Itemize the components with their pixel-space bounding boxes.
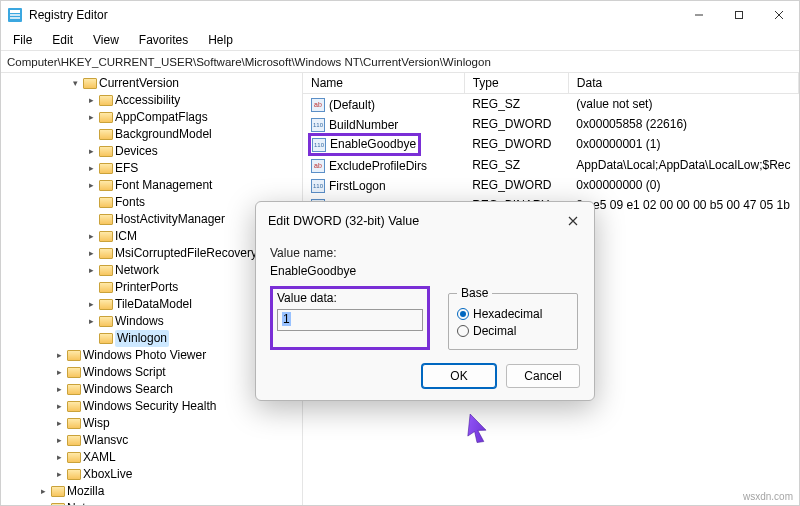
- menu-edit[interactable]: Edit: [44, 31, 81, 49]
- chevron-right-icon[interactable]: ▸: [85, 146, 97, 158]
- value-data: AppData\Local;AppData\LocalLow;$Rec: [568, 155, 798, 175]
- svg-rect-2: [10, 14, 20, 16]
- tree-node[interactable]: ▸Wlansvc: [53, 432, 302, 449]
- value-type: REG_DWORD: [464, 114, 568, 134]
- tree-node[interactable]: BackgroundModel: [85, 126, 302, 143]
- ok-button[interactable]: OK: [422, 364, 496, 388]
- menu-favorites[interactable]: Favorites: [131, 31, 196, 49]
- close-button[interactable]: [759, 1, 799, 29]
- menubar: File Edit View Favorites Help: [1, 29, 799, 51]
- tree-label: Accessibility: [115, 92, 180, 109]
- radio-decimal[interactable]: Decimal: [457, 324, 569, 338]
- value-data-input[interactable]: 1: [277, 309, 423, 331]
- tree-node[interactable]: ▸AppCompatFlags: [85, 109, 302, 126]
- chevron-right-icon[interactable]: ▸: [37, 486, 49, 498]
- value-name-label: Value name:: [270, 246, 580, 260]
- chevron-right-icon[interactable]: ▸: [85, 112, 97, 124]
- folder-icon: [99, 197, 113, 208]
- value-row[interactable]: FirstLogonREG_DWORD0x00000000 (0): [303, 175, 799, 195]
- chevron-right-icon[interactable]: ▸: [85, 95, 97, 107]
- tree-node[interactable]: ▸Accessibility: [85, 92, 302, 109]
- value-type: REG_SZ: [464, 155, 568, 175]
- string-value-icon: [311, 159, 325, 173]
- folder-icon: [99, 95, 113, 106]
- string-value-icon: [311, 98, 325, 112]
- column-data[interactable]: Data: [568, 73, 798, 94]
- tree-label: Network: [115, 262, 159, 279]
- tree-node[interactable]: ▸Netscape: [37, 500, 302, 505]
- chevron-right-icon[interactable]: ▸: [53, 452, 65, 464]
- dialog-close-button[interactable]: [562, 210, 584, 232]
- chevron-right-icon[interactable]: ▸: [85, 180, 97, 192]
- tree-label: PrinterPorts: [115, 279, 178, 296]
- chevron-right-icon[interactable]: [85, 214, 97, 226]
- chevron-right-icon[interactable]: ▸: [85, 248, 97, 260]
- radio-hexadecimal[interactable]: Hexadecimal: [457, 307, 569, 321]
- value-name: BuildNumber: [329, 118, 398, 132]
- tree-label: Windows Photo Viewer: [83, 347, 206, 364]
- chevron-right-icon[interactable]: ▸: [85, 231, 97, 243]
- chevron-right-icon[interactable]: ▸: [53, 469, 65, 481]
- tree-node[interactable]: ▸Mozilla: [37, 483, 302, 500]
- value-row[interactable]: ExcludeProfileDirsREG_SZAppData\Local;Ap…: [303, 155, 799, 175]
- chevron-right-icon[interactable]: [85, 333, 97, 345]
- tree-label: Windows Security Health: [83, 398, 216, 415]
- tree-label: ICM: [115, 228, 137, 245]
- chevron-right-icon[interactable]: ▸: [37, 503, 49, 506]
- column-name[interactable]: Name: [303, 73, 464, 94]
- menu-view[interactable]: View: [85, 31, 127, 49]
- tree-node[interactable]: ▸Devices: [85, 143, 302, 160]
- tree-label: HostActivityManager: [115, 211, 225, 228]
- tree-node[interactable]: ▸Wisp: [53, 415, 302, 432]
- column-type[interactable]: Type: [464, 73, 568, 94]
- chevron-right-icon[interactable]: ▸: [53, 350, 65, 362]
- chevron-right-icon[interactable]: [85, 197, 97, 209]
- folder-icon: [99, 231, 113, 242]
- cancel-button[interactable]: Cancel: [506, 364, 580, 388]
- tree-label: Fonts: [115, 194, 145, 211]
- chevron-right-icon[interactable]: [85, 282, 97, 294]
- tree-label: Winlogon: [115, 330, 169, 347]
- chevron-right-icon[interactable]: ▸: [53, 418, 65, 430]
- tree-node[interactable]: ▸XboxLive: [53, 466, 302, 483]
- menu-file[interactable]: File: [5, 31, 40, 49]
- folder-icon: [51, 486, 65, 497]
- tree-node[interactable]: ▸Font Management: [85, 177, 302, 194]
- chevron-right-icon[interactable]: ▸: [53, 435, 65, 447]
- chevron-right-icon[interactable]: ▸: [85, 316, 97, 328]
- maximize-button[interactable]: [719, 1, 759, 29]
- chevron-right-icon[interactable]: ▸: [85, 163, 97, 175]
- address-bar[interactable]: Computer\HKEY_CURRENT_USER\Software\Micr…: [1, 51, 799, 73]
- value-row[interactable]: BuildNumberREG_DWORD0x00005858 (22616): [303, 114, 799, 134]
- chevron-down-icon[interactable]: ▾: [69, 78, 81, 90]
- chevron-right-icon[interactable]: ▸: [85, 299, 97, 311]
- value-data: 0x00000001 (1): [568, 134, 798, 155]
- value-row[interactable]: (Default)REG_SZ(value not set): [303, 94, 799, 115]
- tree-label: Netscape: [67, 500, 118, 505]
- tree-node[interactable]: ▸EFS: [85, 160, 302, 177]
- folder-icon: [67, 401, 81, 412]
- tree-label: Mozilla: [67, 483, 104, 500]
- tree-label: Devices: [115, 143, 158, 160]
- base-group: Base Hexadecimal Decimal: [448, 286, 578, 350]
- value-data: 0x00000000 (0): [568, 175, 798, 195]
- tree-node[interactable]: ▸XAML: [53, 449, 302, 466]
- chevron-right-icon[interactable]: [85, 129, 97, 141]
- titlebar: Registry Editor: [1, 1, 799, 29]
- folder-icon: [99, 248, 113, 259]
- value-data: 0x00005858 (22616): [568, 114, 798, 134]
- dword-value-icon: [312, 138, 326, 152]
- menu-help[interactable]: Help: [200, 31, 241, 49]
- minimize-button[interactable]: [679, 1, 719, 29]
- chevron-right-icon[interactable]: ▸: [53, 401, 65, 413]
- value-data: 8e e5 09 e1 02 00 00 00 b5 00 47 05 1b: [568, 195, 798, 215]
- base-legend: Base: [457, 286, 492, 300]
- value-row[interactable]: EnableGoodbyeREG_DWORD0x00000001 (1): [303, 134, 799, 155]
- value-name: FirstLogon: [329, 179, 386, 193]
- folder-icon: [99, 180, 113, 191]
- chevron-right-icon[interactable]: ▸: [53, 367, 65, 379]
- value-type: REG_DWORD: [464, 134, 568, 155]
- tree-node[interactable]: ▾CurrentVersion: [69, 75, 302, 92]
- chevron-right-icon[interactable]: ▸: [53, 384, 65, 396]
- chevron-right-icon[interactable]: ▸: [85, 265, 97, 277]
